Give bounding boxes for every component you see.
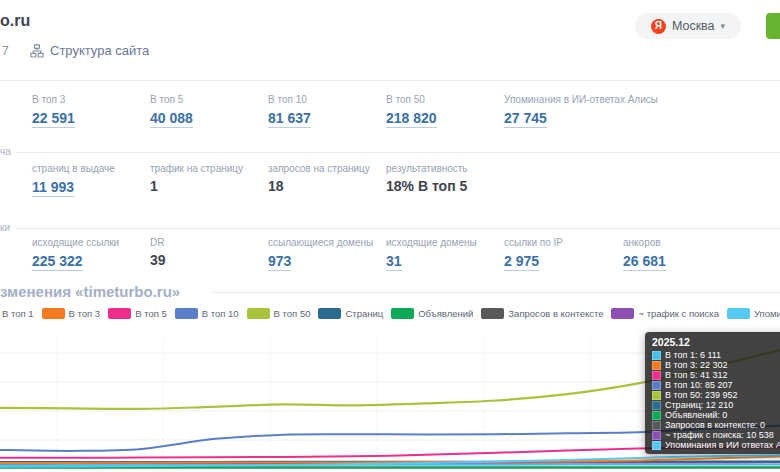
tooltip-series-swatch-icon [652, 351, 661, 360]
stat-value[interactable]: 2 975 [504, 253, 539, 271]
section-title-divider [212, 292, 780, 293]
tooltip-series-swatch-icon [652, 381, 661, 390]
stat-value[interactable]: 26 681 [623, 253, 666, 271]
legend-swatch-icon [611, 308, 634, 319]
tooltip-row-label: В топ 50: 239 952 [665, 390, 737, 400]
tooltip-row-label: Запросов в контексте: 0 [665, 420, 765, 430]
legend-item[interactable]: В топ 10 [175, 308, 239, 319]
stat-label: Упоминания в ИИ-ответах Алисы [504, 94, 658, 105]
tooltip-row-label: ~ трафик с поиска: 10 538 [665, 430, 774, 440]
changes-section-title: зменения «timeturbo.ru» [0, 283, 180, 300]
stat-cell: анкоров26 681 [623, 237, 741, 271]
sitemap-icon [30, 44, 44, 58]
stat-value[interactable]: 31 [386, 253, 402, 271]
stat-label: ссылающиеся домены [268, 237, 386, 248]
green-action-button[interactable] [766, 13, 780, 39]
legend-label: Объявлений [418, 308, 473, 319]
stat-label: В топ 5 [150, 94, 268, 105]
legend-item[interactable]: Объявлений [391, 308, 473, 319]
stat-value[interactable]: 81 637 [268, 110, 311, 128]
legend-swatch-icon [175, 308, 198, 319]
stat-value: 18% В топ 5 [386, 178, 504, 194]
tooltip-series-swatch-icon [652, 361, 661, 370]
stat-cell: запросов на страницу18 [268, 163, 386, 197]
tooltip-row-label: Объявлений: 0 [665, 410, 727, 420]
region-label: Москва [672, 19, 715, 33]
stats-row-links: исходящие ссылки225 322DR39ссылающиеся д… [0, 237, 780, 271]
stat-cell: результативность18% В топ 5 [386, 163, 504, 197]
stat-label: страниц в выдаче [32, 163, 150, 174]
stats-row-serp: страниц в выдаче11 993трафик на страницу… [0, 163, 780, 197]
tooltip-series-swatch-icon [652, 401, 661, 410]
rank-fragment: 7 [2, 44, 9, 58]
legend-label: Упоминания в ИИ ответах Алисы [754, 308, 780, 319]
stat-label: результативность [386, 163, 504, 174]
stat-cell: В топ 50218 820 [386, 94, 504, 128]
stat-cell: трафик на страницу1 [150, 163, 268, 197]
stat-value[interactable]: 11 993 [32, 179, 74, 197]
tooltip-date: 2025.12 [652, 336, 780, 348]
stat-cell: исходящие домены31 [386, 237, 504, 271]
tooltip-row-label: В топ 5: 41 312 [665, 370, 727, 380]
legend-item[interactable]: Запросов в контексте [481, 308, 603, 319]
stat-value: 1 [150, 178, 268, 194]
chart-tooltip: 2025.12 В топ 1: 6 111В топ 3: 22 302В т… [645, 332, 780, 454]
legend-label: ~ трафик с поиска [638, 308, 719, 319]
tooltip-row-label: В топ 1: 6 111 [665, 350, 721, 360]
tooltip-row: ~ трафик с поиска: 10 538 [652, 430, 780, 440]
stat-value: 39 [150, 252, 268, 268]
legend-label: В топ 5 [135, 308, 167, 319]
stat-value[interactable]: 27 745 [504, 110, 547, 128]
site-structure-link[interactable]: Структура сайта [30, 43, 149, 58]
tooltip-row: В топ 3: 22 302 [652, 360, 780, 370]
legend-swatch-icon [247, 308, 270, 319]
site-structure-label: Структура сайта [50, 43, 149, 58]
tooltip-row: В топ 50: 239 952 [652, 390, 780, 400]
stat-value[interactable]: 218 820 [386, 110, 437, 128]
stat-value[interactable]: 22 591 [32, 110, 75, 128]
legend-item[interactable]: В топ 1 [2, 308, 34, 319]
tooltip-row: В топ 1: 6 111 [652, 350, 780, 360]
legend-swatch-icon [727, 308, 750, 319]
stat-label: запросов на страницу [268, 163, 386, 174]
stat-cell: В топ 1081 637 [268, 94, 386, 128]
stat-cell: Упоминания в ИИ-ответах Алисы27 745 [504, 94, 658, 128]
stat-cell: ссылающиеся домены973 [268, 237, 386, 271]
legend-item[interactable]: В топ 3 [42, 308, 101, 319]
tooltip-row: Объявлений: 0 [652, 410, 780, 420]
tooltip-row-label: В топ 10: 85 207 [665, 380, 732, 390]
legend-item[interactable]: В топ 5 [108, 308, 167, 319]
stat-cell: В топ 322 591 [32, 94, 150, 128]
stat-value[interactable]: 40 088 [150, 110, 193, 128]
stat-label: В топ 10 [268, 94, 386, 105]
tooltip-row-label: В топ 3: 22 302 [665, 360, 727, 370]
legend-swatch-icon [42, 308, 65, 319]
tooltip-row: Запросов в контексте: 0 [652, 420, 780, 430]
stat-label: DR [150, 237, 268, 248]
legend-label: Запросов в контексте [508, 308, 603, 319]
stat-label: ссылки по IP [504, 237, 623, 248]
dashboard: o.ru 7 Структура сайта Я Москва ▾ В топ … [0, 0, 780, 472]
yandex-icon: Я [651, 19, 666, 34]
stat-value[interactable]: 225 322 [32, 253, 83, 271]
tooltip-row: В топ 10: 85 207 [652, 380, 780, 390]
tooltip-row-label: Страниц: 12 210 [665, 400, 733, 410]
stat-cell: DR39 [150, 237, 268, 271]
legend-swatch-icon [108, 308, 131, 319]
legend-item[interactable]: В топ 50 [247, 308, 311, 319]
tooltip-series-swatch-icon [652, 391, 661, 400]
legend-label: В топ 50 [274, 308, 311, 319]
stat-label: исходящие ссылки [32, 237, 150, 248]
legend-item[interactable]: Страниц [318, 308, 383, 319]
tooltip-row-label: Упоминания в ИИ ответах Алисы: 25 1 [665, 440, 780, 450]
stat-value[interactable]: 973 [268, 253, 291, 271]
legend-item[interactable]: ~ трафик с поиска [611, 308, 719, 319]
section-divider [16, 152, 780, 153]
chevron-down-icon: ▾ [721, 21, 726, 31]
legend-swatch-icon [481, 308, 504, 319]
legend-item[interactable]: Упоминания в ИИ ответах Алисы [727, 308, 780, 319]
section-divider [16, 228, 780, 229]
section-fragment-serp: ча [0, 146, 11, 157]
legend-label: Страниц [345, 308, 383, 319]
region-selector-button[interactable]: Я Москва ▾ [635, 13, 741, 39]
